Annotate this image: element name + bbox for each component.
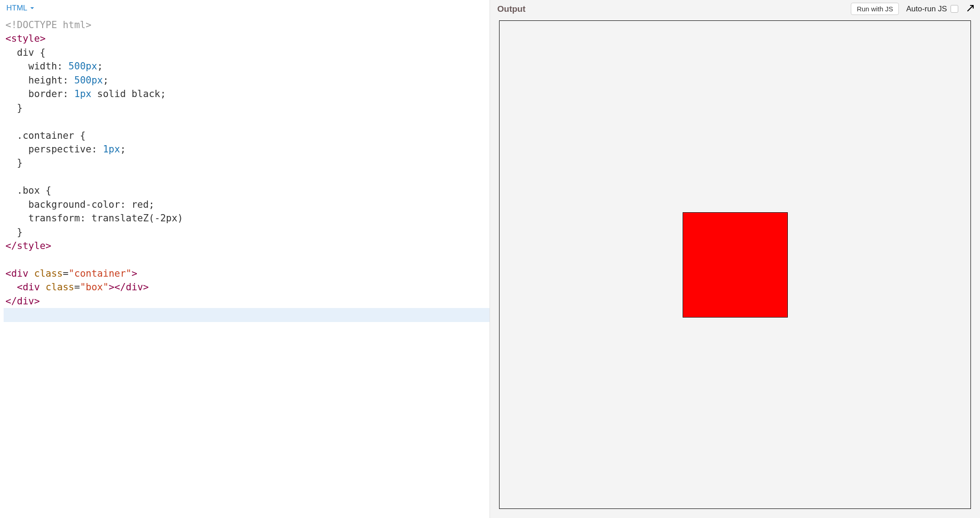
code-line: .container { xyxy=(4,129,490,142)
code-line: height: 500px; xyxy=(4,73,490,87)
language-selector-label: HTML xyxy=(6,4,27,13)
app-root: HTML <!DOCTYPE html><style> div { width:… xyxy=(0,0,980,518)
code-line: <style> xyxy=(4,32,490,45)
output-pane: Output Run with JS Auto-run JS xyxy=(490,0,980,518)
code-line xyxy=(4,308,490,322)
code-line: } xyxy=(4,101,490,115)
code-line: </style> xyxy=(4,239,490,253)
code-line: border: 1px solid black; xyxy=(4,87,490,101)
autorun-label: Auto-run JS xyxy=(906,5,947,14)
code-line: <div class="box"></div> xyxy=(4,280,490,294)
editor-header: HTML xyxy=(0,0,490,15)
output-preview-frame xyxy=(499,20,971,509)
code-line: <!DOCTYPE html> xyxy=(4,18,490,32)
code-line: transform: translateZ(-2px) xyxy=(4,211,490,225)
code-line: } xyxy=(4,156,490,170)
code-line xyxy=(4,115,490,128)
preview-red-box xyxy=(683,212,788,318)
code-line: width: 500px; xyxy=(4,59,490,73)
code-line xyxy=(4,253,490,266)
code-line: div { xyxy=(4,46,490,59)
expand-icon[interactable] xyxy=(965,3,975,15)
chevron-down-icon xyxy=(30,4,34,13)
code-line: perspective: 1px; xyxy=(4,142,490,156)
autorun-checkbox[interactable] xyxy=(951,5,958,13)
code-line xyxy=(4,170,490,184)
preview-stage xyxy=(500,21,970,508)
output-controls: Run with JS Auto-run JS xyxy=(851,3,975,15)
language-selector[interactable]: HTML xyxy=(5,3,36,14)
code-line: </div> xyxy=(4,294,490,308)
run-with-js-button[interactable]: Run with JS xyxy=(851,3,899,15)
code-line: background-color: red; xyxy=(4,198,490,211)
code-line: } xyxy=(4,225,490,239)
editor-pane: HTML <!DOCTYPE html><style> div { width:… xyxy=(0,0,490,518)
code-line: .box { xyxy=(4,184,490,197)
output-label: Output xyxy=(495,4,525,14)
autorun-toggle[interactable]: Auto-run JS xyxy=(906,5,958,14)
output-header: Output Run with JS Auto-run JS xyxy=(490,0,980,18)
code-editor[interactable]: <!DOCTYPE html><style> div { width: 500p… xyxy=(0,15,490,518)
code-line: <div class="container"> xyxy=(4,267,490,280)
